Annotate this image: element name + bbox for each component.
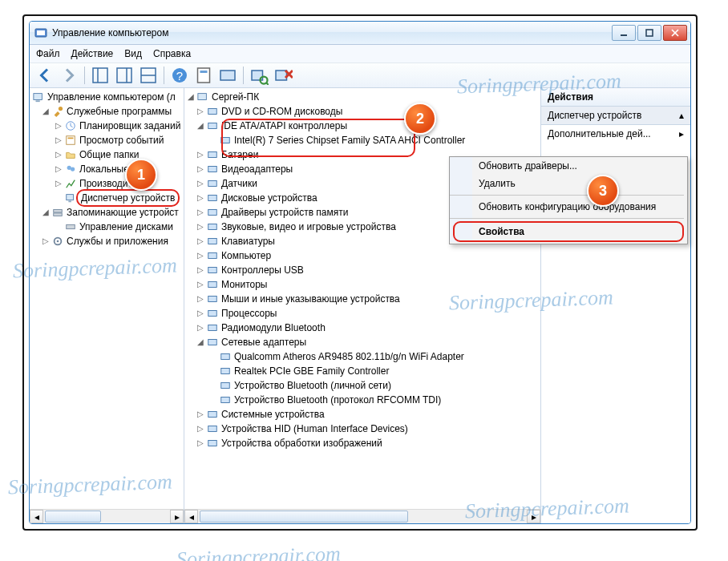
close-button[interactable] — [663, 25, 687, 41]
expand-icon[interactable]: ▷ — [196, 147, 205, 162]
device-category[interactable]: ▷Контроллеры USB — [184, 263, 540, 277]
scroll-left-icon[interactable]: ◂ — [30, 510, 43, 523]
expand-icon[interactable]: ▷ — [196, 321, 205, 335]
scroll-track[interactable] — [198, 510, 527, 523]
collapse-icon[interactable]: ◢ — [41, 205, 51, 220]
maximize-button[interactable] — [637, 25, 661, 41]
menu-view[interactable]: Вид — [124, 48, 142, 59]
device-category[interactable]: ▷Компьютер — [184, 248, 540, 263]
cm-delete[interactable]: Удалить — [472, 175, 687, 192]
expand-icon[interactable]: ▷ — [54, 133, 63, 147]
tb-panel2-icon[interactable] — [114, 65, 135, 86]
expand-icon[interactable]: ▷ — [196, 191, 205, 205]
tb-help-icon[interactable]: ? — [169, 65, 190, 86]
expand-icon[interactable]: ▷ — [54, 147, 63, 162]
expand-icon[interactable]: ▷ — [54, 176, 63, 191]
minimize-button[interactable] — [612, 25, 636, 41]
menu-file[interactable]: Файл — [36, 48, 60, 59]
expand-icon[interactable]: ▷ — [196, 234, 205, 248]
expand-icon[interactable]: ▷ — [196, 162, 205, 176]
collapse-icon[interactable]: ◢ — [196, 119, 205, 133]
device-item[interactable]: ▷Устройство Bluetooth (протокол RFCOMM T… — [184, 393, 540, 407]
tb-back-icon[interactable] — [34, 65, 55, 86]
tree-item-device-manager[interactable]: ▷Диспетчер устройств — [30, 191, 184, 205]
scroll-thumb[interactable] — [200, 511, 408, 523]
device-category-label: Контроллеры USB — [221, 263, 304, 277]
scroll-track[interactable] — [43, 510, 170, 523]
tree-item-sharedfolders[interactable]: ▷Общие папки — [30, 147, 184, 162]
device-item[interactable]: ▷Устройство Bluetooth (личной сети) — [184, 378, 540, 393]
device-category[interactable]: ▷Системные устройства — [184, 407, 540, 422]
device-category[interactable]: ▷Радиомодули Bluetooth — [184, 321, 540, 335]
device-category[interactable]: ▷Мониторы — [184, 277, 540, 292]
device-category-icon — [206, 119, 219, 132]
tb-panel1-icon[interactable] — [90, 65, 111, 86]
scroll-right-icon[interactable]: ▸ — [170, 510, 184, 523]
tree-root[interactable]: Управление компьютером (л — [30, 90, 184, 104]
expand-icon[interactable]: ▷ — [196, 407, 205, 422]
tree-item-eventviewer[interactable]: ▷Просмотр событий — [30, 133, 184, 147]
expand-icon[interactable]: ▷ — [54, 119, 63, 133]
tree-item-diskmgmt[interactable]: ▷Управление дисками — [30, 220, 184, 234]
expand-icon[interactable]: ▷ — [196, 277, 205, 292]
expand-icon[interactable]: ▷ — [196, 205, 205, 220]
actions-more[interactable]: Дополнительные дей... ▸ — [541, 125, 690, 143]
tb-device-icon[interactable] — [217, 65, 238, 86]
tree-group-services[interactable]: ▷ Службы и приложения — [30, 234, 184, 248]
device-item[interactable]: ▷Realtek PCIe GBE Family Controller — [184, 364, 540, 378]
device-category[interactable]: ▷Устройства HID (Human Interface Devices… — [184, 422, 540, 436]
device-root[interactable]: ◢ Сергей-ПК — [184, 90, 540, 104]
expand-icon[interactable]: ▷ — [196, 248, 205, 263]
tb-panel3-icon[interactable] — [138, 65, 159, 86]
collapse-icon[interactable]: ◢ — [186, 90, 196, 104]
middle-scrollbar[interactable]: ◂ ▸ — [184, 509, 540, 523]
expand-icon[interactable]: ▷ — [41, 234, 51, 248]
collapse-icon[interactable]: ▴ — [679, 110, 684, 121]
scroll-right-icon[interactable]: ▸ — [527, 510, 540, 523]
cm-rescan[interactable]: Обновить конфигурацию оборудования — [472, 198, 687, 216]
scroll-left-icon[interactable]: ◂ — [184, 510, 198, 523]
collapse-icon[interactable]: ◢ — [41, 104, 51, 119]
expand-icon[interactable]: ▷ — [54, 162, 63, 176]
svg-rect-35 — [208, 109, 217, 115]
expand-icon[interactable]: ▷ — [196, 306, 205, 321]
expand-icon[interactable]: ▷ — [196, 176, 205, 191]
tb-props-icon[interactable] — [193, 65, 214, 86]
device-item[interactable]: ▷Intel(R) 7 Series Chipset Family SATA A… — [184, 133, 540, 147]
expand-icon[interactable]: ▷ — [196, 436, 205, 450]
device-category[interactable]: ◢IDE ATA/ATAPI контроллеры — [184, 119, 540, 133]
device-item[interactable]: ▷Qualcomm Atheros AR9485 802.11b/g/n WiF… — [184, 349, 540, 364]
actions-subheader[interactable]: Диспетчер устройств ▴ — [541, 107, 690, 125]
device-category[interactable]: ▷DVD и CD-ROM дисководы — [184, 104, 540, 119]
svg-line-17 — [266, 83, 269, 85]
device-category[interactable]: ▷Мыши и иные указывающие устройства — [184, 292, 540, 306]
expand-icon[interactable]: ▷ — [196, 292, 205, 306]
expand-icon[interactable]: ▷ — [196, 220, 205, 234]
console-tree[interactable]: Управление компьютером (л ◢ Служебные пр… — [30, 88, 184, 509]
tree-group-utilities[interactable]: ◢ Служебные программы — [30, 104, 184, 119]
device-category-label: IDE ATA/ATAPI контроллеры — [221, 119, 347, 133]
tree-item-scheduler[interactable]: ▷Планировщик заданий — [30, 119, 184, 133]
tb-forward-icon[interactable] — [59, 65, 79, 86]
device-category[interactable]: ◢Сетевые адаптеры — [184, 335, 540, 349]
expand-icon[interactable]: ▷ — [196, 422, 205, 436]
cm-update-drivers[interactable]: Обновить драйверы... — [472, 157, 687, 175]
tree-group-storage[interactable]: ◢ Запоминающие устройст — [30, 205, 184, 220]
expand-icon[interactable]: ▷ — [196, 263, 205, 277]
collapse-icon[interactable]: ◢ — [196, 335, 205, 349]
tb-scan-icon[interactable] — [249, 65, 269, 86]
device-category[interactable]: ▷Устройства обработки изображений — [184, 436, 540, 450]
menu-help[interactable]: Справка — [153, 48, 191, 59]
scroll-thumb[interactable] — [45, 511, 101, 523]
device-category[interactable]: ▷Процессоры — [184, 306, 540, 321]
expand-icon[interactable]: ▷ — [196, 104, 205, 119]
titlebar[interactable]: Управление компьютером — [30, 22, 690, 45]
cm-properties[interactable]: Свойства — [453, 221, 684, 242]
window-title: Управление компьютером — [52, 27, 610, 38]
menu-action[interactable]: Действие — [71, 48, 114, 59]
svg-rect-4 — [93, 68, 107, 83]
tree-item-localusers[interactable]: ▷Локальные п — [30, 162, 184, 176]
tb-remove-icon[interactable] — [273, 65, 293, 86]
left-scrollbar[interactable]: ◂ ▸ — [30, 509, 184, 523]
device-tree[interactable]: ◢ Сергей-ПК ▷DVD и CD-ROM дисководы◢IDE … — [184, 88, 540, 509]
